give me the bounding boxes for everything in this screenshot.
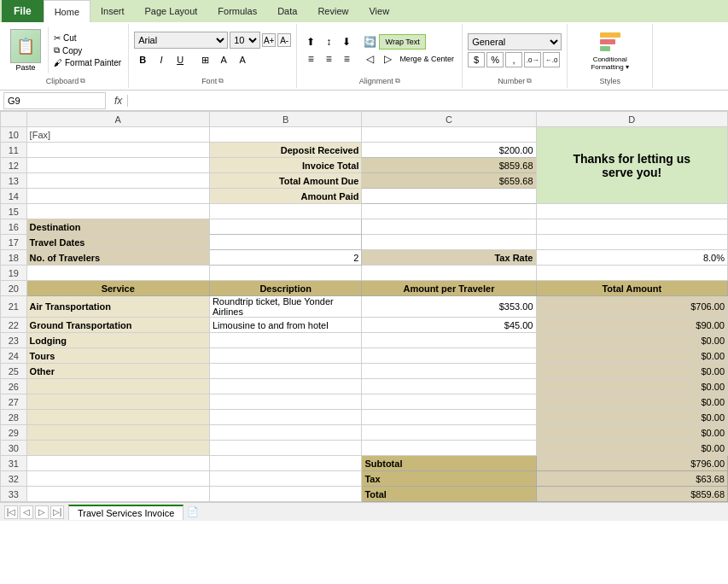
cell-b25[interactable] xyxy=(209,364,362,379)
cell-a30[interactable] xyxy=(26,441,209,456)
align-top-button[interactable]: ⬆ xyxy=(302,34,319,50)
formula-input[interactable] xyxy=(128,92,728,109)
decrease-indent-button[interactable]: ◁ xyxy=(361,51,378,67)
home-tab[interactable]: Home xyxy=(44,0,90,22)
clipboard-expand-icon[interactable]: ⧉ xyxy=(80,77,85,85)
cell-a14[interactable] xyxy=(26,189,209,204)
cell-b16[interactable] xyxy=(209,219,362,235)
cell-a13[interactable] xyxy=(26,173,209,189)
paste-button[interactable]: 📋 Paste xyxy=(9,27,49,73)
cell-b18[interactable]: 2 xyxy=(209,250,362,266)
font-size-select[interactable]: 10 xyxy=(230,32,260,49)
cell-b29[interactable] xyxy=(209,425,362,441)
cell-d21[interactable]: $706.00 xyxy=(536,296,728,318)
cell-c10[interactable] xyxy=(362,127,536,143)
number-expand-icon[interactable]: ⧉ xyxy=(527,77,532,85)
cell-c17[interactable] xyxy=(362,235,536,250)
cell-c32[interactable]: Tax xyxy=(362,471,536,487)
cell-b24[interactable] xyxy=(209,348,362,364)
cell-d24[interactable]: $0.00 xyxy=(536,348,728,364)
fx-button[interactable]: fx xyxy=(109,95,128,107)
col-header-a[interactable]: A xyxy=(26,112,209,127)
wrap-text-button[interactable]: Wrap Text xyxy=(379,34,426,50)
cell-b20[interactable]: Description xyxy=(209,281,362,296)
review-tab[interactable]: Review xyxy=(307,0,358,22)
cell-b28[interactable] xyxy=(209,410,362,425)
cell-a10[interactable]: [Fax] xyxy=(26,127,209,143)
cell-d20[interactable]: Total Amount xyxy=(536,281,728,296)
cell-b12[interactable]: Invoice Total xyxy=(209,158,362,173)
cell-a29[interactable] xyxy=(26,425,209,441)
italic-button[interactable]: I xyxy=(153,52,170,67)
cell-c14[interactable] xyxy=(362,189,536,204)
col-header-b[interactable]: B xyxy=(209,112,362,127)
cell-b33[interactable] xyxy=(209,487,362,502)
cell-d33[interactable]: $859.68 xyxy=(536,487,728,502)
align-right-button[interactable]: ≡ xyxy=(338,51,355,67)
copy-button[interactable]: ⧉ Copy xyxy=(52,44,123,56)
col-header-c[interactable]: C xyxy=(362,112,536,127)
cell-c19[interactable] xyxy=(362,266,536,281)
cell-b22[interactable]: Limousine to and from hotel xyxy=(209,318,362,333)
cell-a26[interactable] xyxy=(26,379,209,394)
fill-color-button[interactable]: A xyxy=(215,52,232,67)
align-middle-button[interactable]: ↕ xyxy=(320,34,337,50)
orientation-button[interactable]: 🔄 xyxy=(361,34,378,50)
col-header-d[interactable]: D xyxy=(536,112,728,127)
number-format-select[interactable]: General xyxy=(468,33,562,50)
cell-c26[interactable] xyxy=(362,379,536,394)
cell-a12[interactable] xyxy=(26,158,209,173)
cell-c21[interactable]: $353.00 xyxy=(362,296,536,318)
cell-c33[interactable]: Total xyxy=(362,487,536,502)
cell-b31[interactable] xyxy=(209,456,362,471)
cell-a28[interactable] xyxy=(26,410,209,425)
font-expand-icon[interactable]: ⧉ xyxy=(218,77,224,85)
nav-first-sheet-button[interactable]: |◁ xyxy=(4,505,18,519)
cell-a16[interactable]: Destination xyxy=(26,219,209,235)
cell-c30[interactable] xyxy=(362,441,536,456)
file-tab[interactable]: File xyxy=(2,0,44,22)
cell-a15[interactable] xyxy=(26,204,209,219)
nav-last-sheet-button[interactable]: ▷| xyxy=(50,505,64,519)
cell-b30[interactable] xyxy=(209,441,362,456)
cell-d10[interactable]: Thanks for letting usserve you! xyxy=(536,127,728,204)
cell-a31[interactable] xyxy=(26,456,209,471)
decrease-font-button[interactable]: A- xyxy=(277,33,291,47)
align-center-button[interactable]: ≡ xyxy=(320,51,337,67)
cell-a18[interactable]: No. of Travelers xyxy=(26,250,209,266)
cell-c20[interactable]: Amount per Traveler xyxy=(362,281,536,296)
nav-next-sheet-button[interactable]: ▷ xyxy=(35,505,49,519)
cell-a19[interactable] xyxy=(26,266,209,281)
cell-b11[interactable]: Deposit Received xyxy=(209,143,362,158)
decrease-decimal-button[interactable]: ←.0 xyxy=(543,52,560,67)
align-left-button[interactable]: ≡ xyxy=(302,51,319,67)
cell-c31[interactable]: Subtotal xyxy=(362,456,536,471)
cell-b32[interactable] xyxy=(209,471,362,487)
name-box[interactable] xyxy=(3,92,106,109)
cell-a21[interactable]: Air Transportation xyxy=(26,296,209,318)
cell-d30[interactable]: $0.00 xyxy=(536,441,728,456)
font-family-select[interactable]: Arial xyxy=(134,32,228,49)
bold-button[interactable]: B xyxy=(134,52,151,67)
cell-c23[interactable] xyxy=(362,333,536,348)
nav-prev-sheet-button[interactable]: ◁ xyxy=(20,505,33,519)
sheet-tab[interactable]: Travel Services Invoice xyxy=(68,505,183,520)
cell-d25[interactable]: $0.00 xyxy=(536,364,728,379)
cell-d18[interactable]: 8.0% xyxy=(536,250,728,266)
cell-b27[interactable] xyxy=(209,394,362,410)
cell-b23[interactable] xyxy=(209,333,362,348)
cell-c18[interactable]: Tax Rate xyxy=(362,250,536,266)
cell-d22[interactable]: $90.00 xyxy=(536,318,728,333)
cell-c22[interactable]: $45.00 xyxy=(362,318,536,333)
alignment-expand-icon[interactable]: ⧉ xyxy=(395,77,400,85)
cell-c25[interactable] xyxy=(362,364,536,379)
cell-b13[interactable]: Total Amount Due xyxy=(209,173,362,189)
cell-a23[interactable]: Lodging xyxy=(26,333,209,348)
cell-d16[interactable] xyxy=(536,219,728,235)
cell-a11[interactable] xyxy=(26,143,209,158)
merge-center-button[interactable]: Merge & Center xyxy=(397,51,457,67)
cell-d28[interactable]: $0.00 xyxy=(536,410,728,425)
cell-a33[interactable] xyxy=(26,487,209,502)
cell-a27[interactable] xyxy=(26,394,209,410)
cell-c29[interactable] xyxy=(362,425,536,441)
